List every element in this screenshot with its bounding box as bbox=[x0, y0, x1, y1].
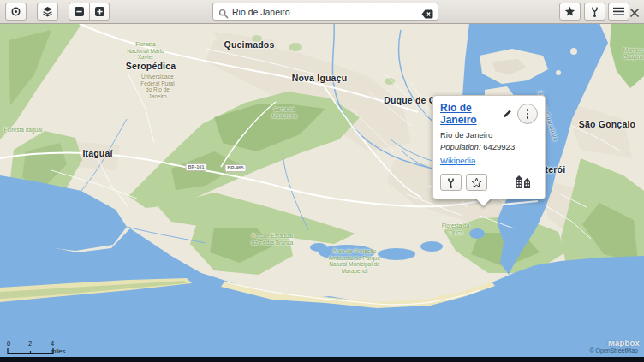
route-icon bbox=[445, 177, 456, 188]
edit-icon[interactable] bbox=[502, 109, 512, 119]
main-menu-button[interactable] bbox=[608, 3, 629, 21]
map-label-seropedica: Seropédica bbox=[126, 61, 176, 71]
directions-button[interactable] bbox=[584, 3, 605, 21]
search-input[interactable] bbox=[232, 3, 419, 20]
map-label-universidade-rural: Universidade Federal Rural do Rio de Jan… bbox=[137, 74, 178, 99]
place-popup: Rio de Janeiro Rio de Janeiro Population… bbox=[432, 95, 546, 199]
scale-two: 2 bbox=[28, 340, 32, 347]
osm-copyright-link[interactable]: © OpenStreetMap bbox=[589, 347, 638, 353]
header-bar bbox=[0, 0, 644, 24]
road-shield-br465: BR-465 bbox=[225, 164, 247, 172]
mapbox-logo[interactable]: Mapbox bbox=[608, 338, 640, 347]
map-label-floresta-tijuca: Floresta da Tijuca bbox=[437, 223, 475, 235]
map-label-queimados: Queimados bbox=[224, 39, 275, 50]
star-icon bbox=[564, 6, 575, 17]
window-close-button[interactable] bbox=[629, 6, 640, 21]
map-label-nova-iguacu: Nova Iguaçu bbox=[292, 73, 348, 83]
place-title-link[interactable]: Rio de Janeiro bbox=[440, 102, 502, 126]
scale-zero: 0 bbox=[7, 340, 10, 347]
layers-icon bbox=[42, 6, 53, 17]
scale-bar-line bbox=[7, 348, 58, 355]
road-shield-br101: BR-101 bbox=[186, 163, 207, 171]
map-label-pedra-branca: Parque Estadual da Pedra Branca bbox=[249, 233, 296, 246]
zoom-in-button[interactable] bbox=[89, 3, 110, 21]
target-icon bbox=[10, 6, 21, 17]
map-label-serra-madureira: Serra da Madureira bbox=[267, 106, 301, 119]
menu-icon bbox=[613, 7, 624, 16]
app-window: % bbox=[0, 0, 644, 362]
route-button[interactable] bbox=[440, 174, 462, 191]
search-icon bbox=[218, 7, 229, 22]
star-outline-icon bbox=[471, 177, 482, 188]
map-label-floresta-itaguai: Floresta Itaguaí bbox=[3, 127, 42, 134]
favorite-button[interactable] bbox=[466, 174, 487, 191]
map-label-itaguai: Itaguaí bbox=[82, 148, 112, 158]
zoom-out-icon bbox=[74, 6, 85, 17]
map-label-apa-marapendi: Área de Proteção Ambiental do Parque Nat… bbox=[328, 248, 381, 274]
map-label-sao-goncalo: São Gonçalo bbox=[579, 119, 635, 129]
map-label-floresta-mario-xavier: Floresta Nacional Mário Xavier bbox=[126, 41, 165, 61]
zoom-controls bbox=[69, 3, 110, 21]
wikipedia-link[interactable]: Wikipedia bbox=[440, 156, 475, 165]
goto-location-button[interactable] bbox=[5, 3, 27, 21]
zoom-in-icon bbox=[94, 6, 105, 17]
population-row: Population: 6429923 bbox=[440, 142, 538, 151]
search-box bbox=[212, 3, 438, 21]
map-label-mangue-guapimirim: Mangue da Guapimirim bbox=[618, 47, 644, 60]
population-value: 6429923 bbox=[483, 142, 515, 151]
map-type-button[interactable] bbox=[37, 3, 58, 21]
route-icon bbox=[589, 6, 600, 17]
close-icon bbox=[629, 8, 640, 18]
bottom-edge-strip bbox=[0, 357, 644, 362]
zoom-out-button[interactable] bbox=[69, 3, 89, 21]
population-label: Population: bbox=[440, 142, 481, 151]
favorites-button[interactable] bbox=[559, 3, 581, 21]
kebab-menu-button[interactable] bbox=[517, 104, 538, 124]
place-subtitle: Rio de Janeiro bbox=[440, 130, 538, 139]
city-buildings-icon bbox=[513, 172, 534, 193]
clear-search-icon[interactable] bbox=[421, 7, 433, 22]
